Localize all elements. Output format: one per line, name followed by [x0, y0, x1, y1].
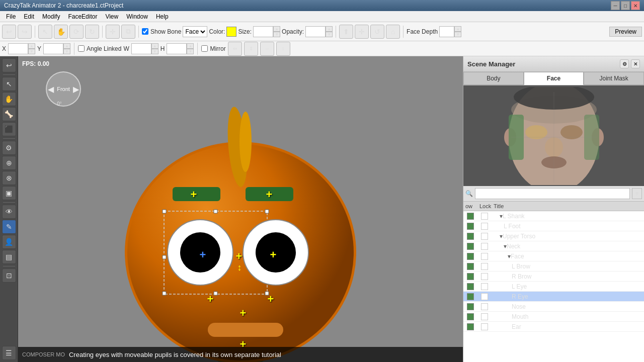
tool-g[interactable]: ⊗ — [2, 171, 16, 185]
close-button[interactable]: ✕ — [631, 1, 640, 10]
color-swatch[interactable] — [226, 27, 236, 37]
tree-row-check[interactable] — [463, 303, 477, 310]
flip2-button[interactable]: ↕ — [276, 42, 290, 56]
tab-body[interactable]: Body — [463, 72, 524, 85]
tool-k[interactable]: 👤 — [2, 235, 16, 249]
tree-row[interactable]: R Brow — [463, 272, 644, 282]
select-button[interactable]: ↖ — [38, 25, 52, 39]
tool-e[interactable]: ⚙ — [2, 141, 16, 155]
size-down[interactable]: ▼ — [273, 32, 280, 37]
tree-row[interactable]: ▾ Upper Torso — [463, 231, 644, 241]
tree-row-lock[interactable] — [477, 293, 492, 300]
tree-row-check[interactable] — [463, 293, 477, 300]
tool-pan[interactable]: ✋ — [2, 92, 16, 106]
opacity-input[interactable]: 100 — [305, 26, 326, 37]
rotate-button[interactable]: ⟳ — [69, 25, 84, 39]
tree-row-check[interactable] — [463, 253, 477, 260]
tree-row-lock[interactable] — [477, 313, 492, 320]
tree-row[interactable]: Nose — [463, 302, 644, 312]
tree-row[interactable]: ▾ Neck — [463, 241, 644, 251]
redo-button[interactable]: ↪ — [18, 25, 32, 39]
menu-edit[interactable]: Edit — [20, 12, 38, 21]
undo-button[interactable]: ↩ — [2, 25, 16, 39]
size-up[interactable]: ▲ — [273, 26, 280, 32]
tree-row-lock[interactable] — [477, 233, 492, 240]
w-down[interactable]: ▼ — [151, 49, 158, 54]
tree-row[interactable]: ▾ Face — [463, 251, 644, 261]
tree-row-check[interactable] — [463, 263, 477, 270]
tree-row[interactable]: L Foot — [463, 221, 644, 231]
tree-row-lock[interactable] — [477, 243, 492, 250]
tree-row[interactable]: ▾ L Shank — [463, 211, 644, 221]
tool-bone[interactable]: 🦴 — [2, 107, 16, 121]
tool-h[interactable]: ▣ — [2, 186, 16, 200]
move-up-button[interactable]: ⬆ — [339, 25, 353, 39]
canvas-area[interactable]: FPS: 0.00 ◀ Front 0° ▶ — [18, 56, 463, 362]
menu-modify[interactable]: Modify — [38, 12, 64, 21]
tree-row-lock[interactable] — [477, 303, 492, 310]
tab-joint-mask[interactable]: Joint Mask — [584, 72, 644, 85]
move-button[interactable]: ✋ — [54, 25, 68, 39]
tool-select[interactable]: ↖ — [2, 77, 16, 91]
tree-row-check[interactable] — [463, 323, 477, 330]
h-up[interactable]: ▲ — [187, 43, 194, 49]
menu-view[interactable]: View — [101, 12, 122, 21]
tab-face[interactable]: Face — [524, 72, 584, 85]
tree-row-lock[interactable] — [477, 283, 492, 290]
tool-d[interactable]: ⬛ — [2, 122, 16, 136]
face-dropdown[interactable]: Face — [183, 26, 207, 37]
x-up[interactable]: ▲ — [28, 43, 35, 49]
tree-row-lock[interactable] — [477, 323, 492, 330]
flip-h-button[interactable]: ⇔ — [228, 42, 242, 56]
preview-button[interactable]: Preview — [609, 27, 642, 37]
y-down[interactable]: ▼ — [63, 49, 70, 54]
menu-faceeditor[interactable]: FaceEditor — [64, 12, 101, 21]
mirror-checkbox[interactable] — [201, 45, 208, 52]
tool-m[interactable]: ⊡ — [2, 268, 16, 283]
tree-row[interactable]: Ear — [463, 322, 644, 332]
tree-row-lock[interactable] — [477, 223, 492, 230]
tool-b[interactable]: ⧉ — [121, 25, 135, 39]
tool-l[interactable]: ▤ — [2, 250, 16, 264]
tool-i[interactable]: 👁 — [2, 205, 16, 219]
home-button[interactable]: ⌂ — [386, 25, 400, 39]
tree-row-check[interactable] — [463, 233, 477, 240]
face-depth-input[interactable]: 1 — [439, 26, 454, 37]
opacity-up[interactable]: ▲ — [326, 26, 333, 32]
maximize-button[interactable]: □ — [621, 1, 630, 10]
refresh-button[interactable]: ↻ — [85, 25, 99, 39]
dir-left-arrow[interactable]: ◀ — [48, 84, 54, 94]
flip-button[interactable]: ↔ — [260, 42, 274, 56]
x-down[interactable]: ▼ — [28, 49, 35, 54]
y-up[interactable]: ▲ — [63, 43, 70, 49]
show-bone-checkbox[interactable] — [142, 28, 148, 35]
search-dropdown-btn[interactable]: ▼ — [632, 188, 642, 199]
dir-right-arrow[interactable]: ▶ — [73, 84, 79, 94]
tree-row-lock[interactable] — [477, 263, 492, 270]
sm-settings-btn[interactable]: ⚙ — [620, 59, 629, 68]
tool-a[interactable]: ✛ — [106, 25, 120, 39]
w-up[interactable]: ▲ — [151, 43, 158, 49]
face-depth-down[interactable]: ▼ — [454, 32, 461, 37]
tree-row-check[interactable] — [463, 223, 477, 230]
tree-row-lock[interactable] — [477, 273, 492, 280]
minimize-button[interactable]: ─ — [611, 1, 620, 10]
tool-undo-left[interactable]: ↩ — [2, 58, 16, 72]
tree-row-lock[interactable] — [477, 213, 492, 220]
tree-row-check[interactable] — [463, 213, 477, 220]
tree-row-check[interactable] — [463, 273, 477, 280]
search-input[interactable] — [475, 188, 630, 199]
tree-row-check[interactable] — [463, 313, 477, 320]
flip-v-button[interactable]: ⇕ — [244, 42, 258, 56]
tree-row[interactable]: L Eye — [463, 282, 644, 292]
tree-row-check[interactable] — [463, 243, 477, 250]
tool-f[interactable]: ⊕ — [2, 156, 16, 170]
sm-close-btn[interactable]: ✕ — [631, 59, 640, 68]
face-depth-up[interactable]: ▲ — [454, 26, 461, 32]
tree-row-lock[interactable] — [477, 253, 492, 260]
h-down[interactable]: ▼ — [187, 49, 194, 54]
move-all-button[interactable]: ✛ — [355, 25, 369, 39]
tool-j[interactable]: ✎ — [2, 220, 16, 234]
menu-file[interactable]: File — [2, 12, 20, 21]
tool-n[interactable]: ☰ — [2, 346, 16, 360]
